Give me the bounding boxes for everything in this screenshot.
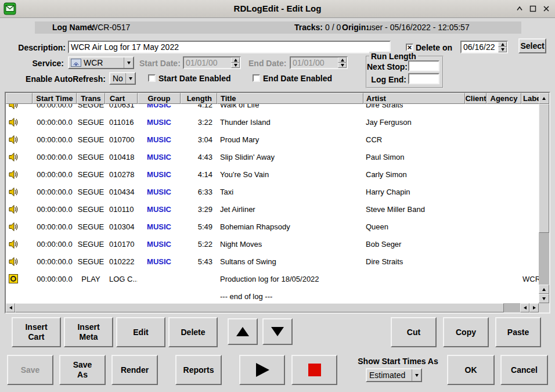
cell-length: 4:14	[181, 166, 217, 183]
table-row[interactable]: 00:00:00.0SEGUE011016MUSIC3:22Thunder Is…	[6, 113, 539, 131]
autorefresh-dropdown[interactable]: No	[109, 72, 136, 85]
column-header-title[interactable]: Title	[217, 93, 363, 104]
cut-button[interactable]: Cut	[391, 317, 437, 347]
column-header-label[interactable]: Label	[521, 93, 539, 104]
column-header-trans[interactable]: Trans	[77, 93, 105, 104]
play-button[interactable]	[239, 355, 285, 385]
log-end-input[interactable]	[408, 73, 439, 84]
table-row[interactable]: 00:00:00.0SEGUE010434MUSIC6:33TaxiHarry …	[6, 183, 539, 200]
spin-up-icon	[234, 59, 237, 62]
horizontal-scroll-track[interactable]	[504, 303, 520, 312]
speaker-icon	[6, 104, 33, 113]
edit-button[interactable]: Edit	[116, 317, 165, 347]
render-button[interactable]: Render	[111, 355, 158, 385]
reports-button[interactable]: Reports	[175, 355, 222, 385]
table-row[interactable]: 00:00:00.0SEGUE010170MUSIC5:22Night Move…	[6, 235, 539, 253]
scroll-left-button[interactable]	[6, 303, 15, 312]
vertical-scrollbar[interactable]	[539, 93, 549, 303]
table-row[interactable]: 00:00:00.0SEGUE010418MUSIC4:43Slip Slidi…	[6, 148, 539, 166]
insert-meta-button[interactable]: Insert Meta	[64, 317, 113, 347]
end-date-spin-up-button[interactable]	[338, 57, 347, 63]
close-window-icon[interactable]	[540, 3, 552, 15]
table-row[interactable]: 00:00:00.0SEGUE010110MUSIC3:29Jet Airlin…	[6, 200, 539, 218]
service-dropdown[interactable]: WCR	[68, 56, 134, 69]
table-row[interactable]: 00:00:00.0PLAYLOG C...Production log for…	[6, 270, 539, 287]
cell-trans: SEGUE	[77, 166, 105, 183]
cell-agency	[486, 104, 521, 113]
cell-label	[521, 287, 539, 303]
show-start-times-dropdown[interactable]: Estimated	[366, 368, 422, 382]
move-down-button[interactable]	[262, 318, 293, 345]
maximize-window-icon[interactable]	[527, 3, 539, 15]
table-row[interactable]: 00:00:00.0SEGUE010278MUSIC4:14You're So …	[6, 166, 539, 183]
cell-artist	[363, 287, 465, 303]
horizontal-scroll-thumb[interactable]	[15, 303, 504, 312]
delete-on-date-input[interactable]	[462, 42, 498, 52]
horizontal-scrollbar[interactable]	[6, 303, 539, 312]
scroll-left-button-right[interactable]	[520, 303, 529, 312]
scroll-up-button[interactable]	[539, 93, 549, 104]
move-up-button[interactable]	[228, 318, 258, 345]
cell-label	[521, 218, 539, 235]
scroll-up-button-bottom[interactable]	[539, 285, 549, 294]
cell-length: 6:33	[181, 183, 217, 200]
delete-on-checkbox[interactable]	[406, 44, 413, 51]
end-date-spin-down-button[interactable]	[338, 63, 347, 68]
end-date-input	[291, 57, 338, 68]
arrow-up-icon	[235, 326, 250, 337]
table-row[interactable]: --- end of log ---	[6, 287, 539, 303]
table-header: Start TimeTransCartGroupLengthTitleArtis…	[6, 93, 539, 104]
insert-cart-button[interactable]: Insert Cart	[12, 317, 61, 347]
spin-down-icon	[341, 64, 344, 67]
cell-artist	[363, 270, 465, 287]
cell-group: MUSIC	[138, 235, 181, 253]
column-header-cart[interactable]: Cart	[105, 93, 138, 104]
column-header-artist[interactable]: Artist	[363, 93, 465, 104]
delete-button[interactable]: Delete	[168, 317, 218, 347]
save-as-button[interactable]: Save As	[59, 355, 106, 385]
next-stop-input[interactable]	[408, 60, 439, 71]
scroll-right-button[interactable]	[529, 303, 539, 312]
start-date-input	[184, 57, 231, 68]
cell-title: Walk of Life	[217, 104, 363, 113]
select-button[interactable]: Select	[518, 38, 546, 53]
cell-artist: Paul Simon	[363, 148, 465, 166]
table-row[interactable]: 00:00:00.0SEGUE010700MUSIC3:04Proud Mary…	[6, 131, 539, 148]
shade-window-icon[interactable]	[514, 3, 525, 15]
start-date-enabled-checkbox[interactable]	[148, 74, 156, 82]
cancel-button[interactable]: Cancel	[500, 355, 548, 385]
log-table: Start TimeTransCartGroupLengthTitleArtis…	[5, 92, 550, 314]
date-spin-down-button[interactable]	[498, 47, 507, 52]
copy-button[interactable]: Copy	[443, 317, 489, 347]
cell-title: --- end of log ---	[217, 287, 363, 303]
arrow-up-icon	[542, 97, 546, 100]
end-date-enabled-checkbox[interactable]	[253, 74, 260, 82]
table-row[interactable]: 00:00:00.0SEGUE010304MUSIC5:49Bohemian R…	[6, 218, 539, 235]
vertical-scroll-track[interactable]	[539, 233, 549, 285]
description-label: Description:	[10, 43, 66, 52]
date-spin-up-button[interactable]	[498, 42, 507, 47]
column-header-group[interactable]: Group	[138, 93, 181, 104]
ok-button[interactable]: OK	[447, 355, 495, 385]
table-row[interactable]: 00:00:00.0SEGUE010222MUSIC5:43Sultans of…	[6, 253, 539, 270]
column-header-client[interactable]: Client	[465, 93, 486, 104]
vertical-scroll-thumb[interactable]	[539, 104, 549, 233]
stop-button[interactable]	[291, 355, 337, 385]
cell-label	[521, 183, 539, 200]
description-input[interactable]	[68, 41, 391, 53]
cell-start: 00:00:00.0	[33, 200, 77, 218]
start-date-spin-up-button[interactable]	[231, 57, 240, 63]
paste-button[interactable]: Paste	[495, 317, 541, 347]
cell-title: Proud Mary	[217, 131, 363, 148]
column-header-length[interactable]: Length	[181, 93, 217, 104]
column-header-start-time[interactable]: Start Time	[33, 93, 77, 104]
scroll-down-button[interactable]	[539, 294, 549, 303]
column-header-icon[interactable]	[6, 93, 33, 104]
table-row[interactable]: 00:00:00.0SEGUE010631MUSIC4:12Walk of Li…	[6, 104, 539, 113]
service-value: WCR	[81, 58, 124, 67]
cell-trans: PLAY	[77, 270, 105, 287]
start-date-spin-down-button[interactable]	[231, 63, 240, 68]
column-header-agency[interactable]: Agency	[486, 93, 521, 104]
speaker-icon	[6, 200, 33, 218]
cell-start: 00:00:00.0	[33, 131, 77, 148]
